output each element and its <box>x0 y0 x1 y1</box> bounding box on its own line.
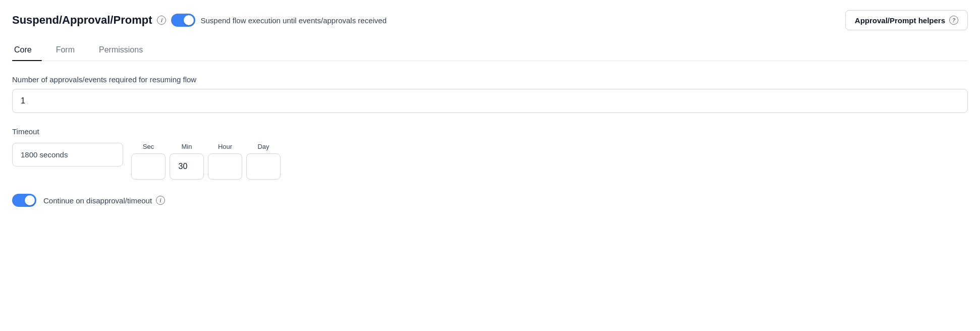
sec-input[interactable] <box>131 153 166 180</box>
toggle-description: Suspend flow execution until events/appr… <box>200 16 387 25</box>
approvals-input[interactable] <box>12 89 968 113</box>
day-label: Day <box>257 143 269 150</box>
timeout-display: 1800 seconds <box>12 143 123 167</box>
timeout-section: Timeout 1800 seconds Sec Min Hour Day <box>12 127 968 180</box>
tab-core-label: Core <box>14 45 32 54</box>
hour-label: Hour <box>218 143 232 150</box>
page-header: Suspend/Approval/Prompt i Suspend flow e… <box>12 10 968 30</box>
page-title: Suspend/Approval/Prompt <box>12 14 152 27</box>
tab-permissions-label: Permissions <box>99 45 143 54</box>
helpers-button[interactable]: Approval/Prompt helpers ? <box>845 10 968 30</box>
helpers-info-icon: ? <box>949 16 958 25</box>
continue-info-icon[interactable]: i <box>156 196 165 205</box>
day-field-group: Day <box>246 143 281 180</box>
main-toggle-container: Suspend flow execution until events/appr… <box>171 14 387 27</box>
sec-field-group: Sec <box>131 143 166 180</box>
approvals-label: Number of approvals/events required for … <box>12 75 968 84</box>
core-section: Number of approvals/events required for … <box>12 75 968 207</box>
min-label: Min <box>182 143 192 150</box>
hour-input[interactable] <box>208 153 242 180</box>
min-input[interactable] <box>170 153 204 180</box>
tab-permissions[interactable]: Permissions <box>97 40 153 61</box>
time-fields: Sec Min Hour Day <box>131 143 281 180</box>
tab-form-label: Form <box>56 45 75 54</box>
day-input[interactable] <box>246 153 281 180</box>
continue-toggle[interactable] <box>12 194 36 207</box>
timeout-label: Timeout <box>12 127 968 136</box>
continue-row: Continue on disapproval/timeout i <box>12 194 968 207</box>
sec-label: Sec <box>143 143 154 150</box>
helpers-button-label: Approval/Prompt helpers <box>855 16 945 25</box>
tab-form[interactable]: Form <box>54 40 85 61</box>
tabs-container: Core Form Permissions <box>12 40 968 61</box>
tab-core[interactable]: Core <box>12 40 42 61</box>
main-toggle[interactable] <box>171 14 195 27</box>
continue-label-text: Continue on disapproval/timeout <box>43 196 152 205</box>
title-info-icon[interactable]: i <box>157 16 166 25</box>
continue-label: Continue on disapproval/timeout i <box>43 196 165 205</box>
header-left: Suspend/Approval/Prompt i Suspend flow e… <box>12 14 387 27</box>
hour-field-group: Hour <box>208 143 242 180</box>
min-field-group: Min <box>170 143 204 180</box>
timeout-row: 1800 seconds Sec Min Hour Day <box>12 143 968 180</box>
